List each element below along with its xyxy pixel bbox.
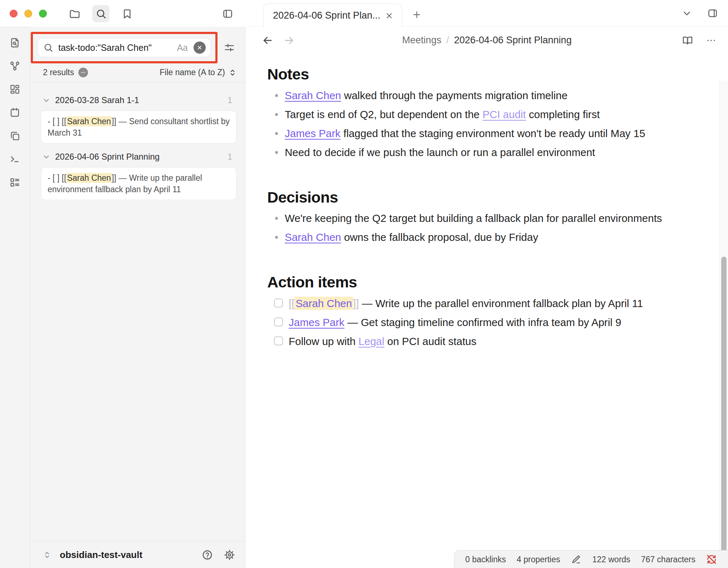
minimize-window-button[interactable] xyxy=(24,10,32,18)
vault-name[interactable]: obsidian-test-vault xyxy=(60,549,142,560)
close-icon xyxy=(196,44,203,51)
clear-search-button[interactable] xyxy=(194,42,206,54)
search-result-file-header[interactable]: 2026-04-06 Sprint Planning1 xyxy=(41,149,236,165)
match-text: - [ ] [[ xyxy=(48,173,66,183)
editor-scrollbar[interactable] xyxy=(719,81,728,568)
obsidian-window: 2026-04-06 Sprint Plan... xyxy=(0,0,728,568)
view-header: Meetings / 2026-04-06 Sprint Planning xyxy=(246,27,728,54)
result-count-badge: 1 xyxy=(228,96,232,105)
sync-status-button[interactable] xyxy=(706,554,717,565)
section-heading: Action items xyxy=(267,273,671,292)
task-list: [[Sarah Chen]] — Write up the parallel e… xyxy=(267,294,668,351)
breadcrumb-page-title[interactable]: 2026-04-06 Sprint Planning xyxy=(454,35,572,46)
bullet-item: Sarah Chen walked through the payments m… xyxy=(267,86,668,105)
expand-right-sidebar-button[interactable] xyxy=(704,4,722,22)
wikilink[interactable]: PCI audit xyxy=(483,108,526,120)
task-checkbox[interactable] xyxy=(274,317,283,326)
search-result-group: 2026-04-06 Sprint Planning1- [ ] [[Sarah… xyxy=(41,149,236,200)
search-match-highlight: Sarah Chen xyxy=(66,116,112,126)
search-query[interactable]: task-todo:"Sarah Chen" xyxy=(58,43,174,53)
bullet-text: flagged that the staging environment won… xyxy=(341,127,645,139)
bullet-text: owns the fallback proposal, due by Frida… xyxy=(341,231,538,243)
backlinks-status[interactable]: 0 backlinks xyxy=(465,555,506,564)
wikilink[interactable]: James Park xyxy=(285,127,341,139)
tab-list-button[interactable] xyxy=(678,4,696,22)
breadcrumb-separator: / xyxy=(446,35,449,46)
search-result-match[interactable]: - [ ] [[Sarah Chen]] — Write up the para… xyxy=(41,167,236,200)
match-case-toggle[interactable]: Aa xyxy=(177,43,188,53)
canvas-icon[interactable] xyxy=(9,84,20,95)
close-window-button[interactable] xyxy=(10,10,18,18)
wikilink[interactable]: Sarah Chen xyxy=(285,231,341,243)
more-options-button[interactable] xyxy=(704,33,719,48)
settings-button[interactable] xyxy=(223,548,236,561)
bullet-text: completing first xyxy=(526,108,600,120)
chevron-down-icon xyxy=(681,8,692,19)
templates-icon[interactable] xyxy=(9,130,20,141)
wikilink[interactable]: Sarah Chen xyxy=(294,297,353,310)
tab-bar: 2026-04-06 Sprint Plan... xyxy=(246,0,728,27)
bullet-item: Sarah Chen owns the fallback proposal, d… xyxy=(267,228,668,247)
search-result-group: 2026-03-28 Sarah 1-11- [ ] [[Sarah Chen]… xyxy=(41,92,236,144)
open-folder-button[interactable] xyxy=(65,5,83,22)
search-settings-button[interactable] xyxy=(221,39,238,56)
section-heading: Decisions xyxy=(267,188,671,207)
properties-status[interactable]: 4 properties xyxy=(517,555,560,564)
sort-order-button[interactable]: File name (A to Z) xyxy=(160,68,225,77)
bullet-item: Target is end of Q2, but dependent on th… xyxy=(267,105,668,124)
new-tab-button[interactable] xyxy=(409,6,425,23)
pencil-icon xyxy=(572,555,581,564)
task-item: Follow up with Legal on PCI audit status xyxy=(267,332,668,351)
wikilink[interactable]: Legal xyxy=(358,335,384,347)
annotation-highlight-box: task-todo:"Sarah Chen" Aa xyxy=(31,32,218,63)
word-count: 122 words xyxy=(592,555,630,564)
search-panel: task-todo:"Sarah Chen" Aa 2 results File… xyxy=(30,27,245,568)
edit-mode-indicator[interactable] xyxy=(571,554,582,565)
search-input[interactable]: task-todo:"Sarah Chen" Aa xyxy=(37,38,211,57)
bookmark-icon xyxy=(122,8,133,19)
wikilink[interactable]: Sarah Chen xyxy=(285,89,341,101)
breadcrumb-folder[interactable]: Meetings xyxy=(402,35,441,46)
graph-view-icon[interactable] xyxy=(9,60,20,72)
note-content[interactable]: NotesSarah Chen walked through the payme… xyxy=(246,54,719,568)
bullet-text: Target is end of Q2, but dependent on th… xyxy=(285,108,483,120)
wikilink-bracket: [[ xyxy=(289,297,294,309)
wikilink-bracket: ]] xyxy=(353,297,359,309)
search-icon xyxy=(96,8,107,19)
wikilink[interactable]: James Park xyxy=(289,316,345,328)
navigate-back-button[interactable] xyxy=(262,34,274,47)
search-result-file-header[interactable]: 2026-03-28 Sarah 1-11 xyxy=(41,92,236,108)
search-result-match[interactable]: - [ ] [[Sarah Chen]] — Send consultant s… xyxy=(41,111,236,144)
daily-note-calendar-icon[interactable] xyxy=(9,107,20,118)
tab-close-button[interactable] xyxy=(383,10,395,22)
help-icon xyxy=(202,549,213,560)
results-summary-row: 2 results File name (A to Z) xyxy=(43,68,237,77)
tab-active[interactable]: 2026-04-06 Sprint Plan... xyxy=(263,4,402,27)
result-file-name: 2026-04-06 Sprint Planning xyxy=(55,152,228,162)
bullet-list: Sarah Chen walked through the payments m… xyxy=(267,86,668,162)
search-view-button[interactable] xyxy=(92,5,109,22)
left-ribbon xyxy=(0,27,30,568)
help-button[interactable] xyxy=(201,548,214,561)
sync-off-icon xyxy=(706,554,717,565)
terminal-icon[interactable] xyxy=(9,154,20,165)
outline-list-icon[interactable] xyxy=(9,177,20,188)
bullet-item: James Park flagged that the staging envi… xyxy=(267,124,668,143)
zoom-window-button[interactable] xyxy=(39,10,47,18)
search-info-button[interactable] xyxy=(78,68,88,77)
reading-mode-button[interactable] xyxy=(680,33,695,48)
navigate-forward-button[interactable] xyxy=(283,34,295,47)
bullet-item: Need to decide if we push the launch or … xyxy=(267,143,668,162)
scrollbar-thumb[interactable] xyxy=(721,257,727,563)
collapse-left-sidebar-button[interactable] xyxy=(219,5,236,22)
task-text: [[Sarah Chen]] — Write up the parallel e… xyxy=(289,294,668,313)
vault-switcher-bar: obsidian-test-vault xyxy=(30,541,245,568)
traffic-lights xyxy=(10,10,47,18)
chevrons-up-down-icon xyxy=(228,68,237,77)
chevrons-up-down-icon[interactable] xyxy=(42,550,52,560)
folder-icon xyxy=(69,8,80,19)
task-checkbox[interactable] xyxy=(274,298,283,307)
file-search-icon[interactable] xyxy=(9,37,20,48)
bookmarks-button[interactable] xyxy=(118,5,136,22)
task-checkbox[interactable] xyxy=(274,336,283,345)
